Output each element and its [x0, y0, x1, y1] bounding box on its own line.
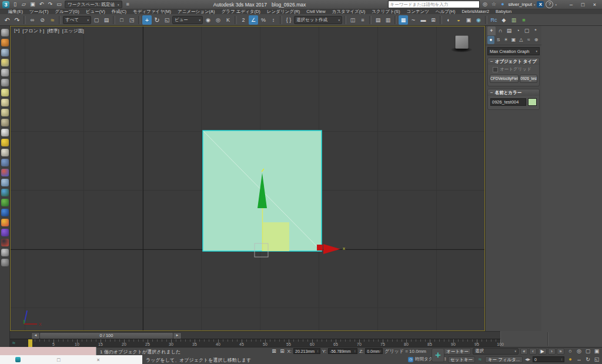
- select-and-move-button[interactable]: +: [142, 15, 152, 25]
- object-name-input[interactable]: 0926_test004: [490, 98, 526, 106]
- category-space-warps[interactable]: ≈: [525, 36, 532, 44]
- align-button[interactable]: ≡: [358, 15, 367, 25]
- zoom-extents-all-button[interactable]: ▣: [593, 348, 601, 355]
- play-button[interactable]: ▶: [538, 348, 547, 355]
- help-chevron-icon[interactable]: ▾: [555, 3, 557, 6]
- menu-animation[interactable]: アニメーション(A): [178, 9, 215, 14]
- select-object-button[interactable]: ▢: [92, 15, 101, 25]
- orbit-viewport-button[interactable]: ↻: [584, 356, 592, 363]
- render-in-a360-button[interactable]: Rc: [489, 15, 499, 25]
- tab-utilities[interactable]: *: [531, 26, 540, 35]
- auto-key-button[interactable]: オートキー: [444, 348, 471, 355]
- selection-lock-icon[interactable]: ⊠: [270, 348, 277, 355]
- track-bar[interactable]: ≈ 51015202530354045505560657075808590951…: [10, 339, 500, 347]
- molecule-icon[interactable]: [1, 169, 9, 176]
- rollout-name-color-header[interactable]: − 名前とカラー: [488, 89, 539, 96]
- user-icon[interactable]: ●: [499, 1, 507, 8]
- spinner-icon[interactable]: ↕: [561, 358, 563, 361]
- rendered-frame-window-button[interactable]: ▣: [464, 15, 473, 25]
- named-selection-sets-dropdown[interactable]: 選択セット作成▾: [294, 16, 342, 24]
- selection-set-dropdown[interactable]: 選択▾: [473, 348, 519, 355]
- rock-icon[interactable]: [1, 119, 9, 126]
- notes-icon[interactable]: [1, 249, 9, 256]
- menu-civil-view[interactable]: Civil View: [306, 9, 325, 14]
- close-button[interactable]: ×: [590, 1, 600, 9]
- menu-content[interactable]: コンテンツ: [407, 9, 429, 14]
- particles-icon[interactable]: [1, 219, 9, 226]
- exchange-apps-icon[interactable]: X: [537, 1, 544, 8]
- x-coordinate-field[interactable]: 20.213mm↕: [293, 348, 320, 354]
- floating-close-button[interactable]: ×: [96, 357, 99, 363]
- wind-icon[interactable]: [1, 79, 9, 86]
- snow-icon[interactable]: [1, 69, 9, 76]
- curve-editor-button[interactable]: ~: [409, 15, 418, 25]
- cfdvelocityfield-button[interactable]: CFDVelocityField: [490, 75, 519, 83]
- category-lights[interactable]: ☀: [503, 36, 510, 44]
- camera-icon[interactable]: [1, 39, 9, 46]
- render-production-button[interactable]: ◉: [474, 15, 483, 25]
- saved-container-button[interactable]: ■: [519, 15, 529, 25]
- zoom-button[interactable]: ○: [566, 348, 574, 355]
- material-editor-button[interactable]: ◐: [444, 15, 453, 25]
- spinner-icon[interactable]: ↕: [354, 349, 356, 353]
- new-scene-icon[interactable]: ▯: [11, 1, 19, 8]
- tab-modify[interactable]: ∩: [496, 26, 504, 35]
- time-slider[interactable]: ◄ 0 / 100 ►: [10, 331, 500, 339]
- open-file-icon[interactable]: ▱: [20, 1, 28, 8]
- 0926-test-button[interactable]: 0926_test: [520, 75, 537, 83]
- menu-babylon[interactable]: Babylon: [496, 9, 511, 14]
- light-icon[interactable]: [1, 59, 9, 66]
- selection-filter-dropdown[interactable]: すべて▾: [63, 16, 91, 24]
- key-mode-toggle-button[interactable]: ●: [566, 356, 574, 363]
- undo-button[interactable]: ↶: [2, 15, 12, 25]
- category-cameras[interactable]: ▣: [510, 36, 517, 44]
- menu-debrismaker2[interactable]: DebrisMaker2: [461, 9, 489, 14]
- category-shapes[interactable]: S: [495, 36, 502, 44]
- inner-field-object[interactable]: [262, 222, 289, 251]
- view-cube[interactable]: [451, 33, 472, 54]
- menu-create[interactable]: 作成(C): [112, 9, 126, 14]
- current-frame-marker[interactable]: [28, 339, 32, 347]
- menu-scripting[interactable]: スクリプト(S): [372, 9, 400, 14]
- search-input[interactable]: キーワードまたは語句を入力: [388, 1, 480, 8]
- spinner-icon[interactable]: ↕: [380, 349, 382, 353]
- key-filters-button[interactable]: キー フィルタ...: [485, 356, 523, 363]
- rectangular-selection-region-button[interactable]: □: [117, 15, 126, 25]
- autogrid-checkbox[interactable]: [493, 67, 498, 72]
- mirror-button[interactable]: ◫: [348, 15, 357, 25]
- select-by-name-button[interactable]: ▤: [102, 15, 111, 25]
- minimize-button[interactable]: –: [566, 1, 576, 9]
- select-and-manipulate-button[interactable]: ◎: [213, 15, 223, 25]
- floating-window-titlebar[interactable]: □ ×: [0, 355, 142, 364]
- render-flyout-button[interactable]: ◆: [499, 15, 509, 25]
- x-axis-origin-square[interactable]: [317, 245, 323, 251]
- help-circle-icon[interactable]: [1, 259, 9, 266]
- undo-icon[interactable]: ↶: [38, 1, 45, 8]
- planet-icon[interactable]: [1, 209, 9, 216]
- render-setup-button[interactable]: ◒: [454, 15, 463, 25]
- image-icon[interactable]: [1, 49, 9, 56]
- workspace-dropdown[interactable]: ワークスペース: 既定値 ▾: [65, 1, 122, 8]
- dome-icon[interactable]: [1, 99, 9, 106]
- category-systems[interactable]: ⊕: [533, 36, 540, 44]
- dope-sheet-button[interactable]: ▬: [419, 15, 428, 25]
- keyboard-shortcut-override-button[interactable]: K: [223, 15, 233, 25]
- menu-toggle-icon[interactable]: ≡: [124, 1, 132, 8]
- toggle-scene-explorer-button[interactable]: ▤: [373, 15, 383, 25]
- select-and-rotate-button[interactable]: ↻: [152, 15, 162, 25]
- spinner-snap-toggle-button[interactable]: ↕: [269, 15, 278, 25]
- angle-snap-toggle-button[interactable]: ∠: [249, 15, 258, 25]
- z-coordinate-field[interactable]: 0.0mm↕: [365, 348, 383, 354]
- tab-display[interactable]: ▢: [523, 26, 531, 35]
- tab-motion[interactable]: ◔: [514, 26, 522, 35]
- plane-icon[interactable]: [1, 89, 9, 96]
- rollout-object-type-header[interactable]: − オブジェクト タイプ: [488, 58, 539, 65]
- save-file-icon[interactable]: ▣: [29, 1, 36, 8]
- object-category-dropdown[interactable]: Max Creation Graph ▾: [487, 47, 540, 55]
- menu-edit[interactable]: 編集(E): [8, 9, 23, 14]
- set-key-filters-icon[interactable]: ≈: [477, 356, 483, 363]
- username-label[interactable]: silver_input: [509, 2, 532, 7]
- redo-icon[interactable]: ↷: [46, 1, 54, 8]
- rain-icon[interactable]: [1, 159, 9, 166]
- menu-customize[interactable]: カスタマイズ(U): [332, 9, 365, 14]
